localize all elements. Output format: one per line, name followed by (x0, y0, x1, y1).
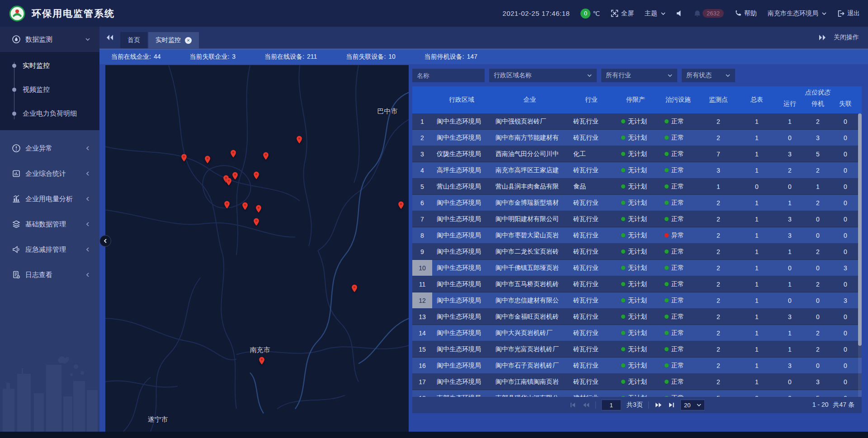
tab-realtime-monitor[interactable]: 实时监控 × (148, 32, 199, 48)
notification-count-badge: 2632 (703, 9, 724, 18)
table-row[interactable]: 4 高坪生态环境局 南充市高坪区王家店建 砖瓦行业 无计划 正常 3 1 2 2… (412, 162, 862, 179)
map-pin[interactable] (252, 171, 261, 180)
notifications-button[interactable]: 2632 (694, 9, 724, 18)
fullscreen-button[interactable]: 全屏 (611, 9, 634, 18)
map-pin[interactable] (179, 153, 189, 162)
header-point-status: 点位状态 (776, 86, 859, 99)
table-row[interactable]: 8 阆中生态环境局 阆中市枣碧大梁山页岩 砖瓦行业 无计划 异常 2 1 3 0… (412, 227, 862, 244)
cell-pollution-facility: 正常 (657, 313, 699, 321)
divider (648, 401, 649, 409)
tab-home[interactable]: 首页 (120, 32, 147, 48)
limit-text: 无计划 (628, 280, 647, 288)
sidebar-item-video-monitor[interactable]: 视频监控 (0, 78, 99, 102)
status-dot-icon (665, 315, 669, 319)
status-dot-icon (621, 266, 625, 270)
industry-filter-select[interactable]: 所有行业 (601, 69, 677, 82)
cell-total-meters: 1 (738, 167, 776, 174)
status-dot-icon (621, 168, 625, 172)
status-filter-select[interactable]: 所有状态 (682, 69, 735, 82)
map-pin[interactable] (261, 151, 270, 160)
table-row[interactable]: 11 阆中生态环境局 阆中市五马桥页岩机砖 砖瓦行业 无计划 正常 2 1 1 … (412, 276, 862, 292)
cell-company: 营山县润丰肉食品有限 (491, 183, 569, 191)
cell-pollution-facility: 异常 (657, 231, 699, 240)
phone-icon (735, 10, 741, 17)
map-pin[interactable] (350, 284, 359, 293)
cell-total-meters: 1 (738, 232, 776, 239)
map[interactable]: 巴中市 南充市 遂宁市 (105, 65, 409, 432)
sidebar-group-data-monitor[interactable]: 数据监测 (0, 27, 99, 52)
first-page-button[interactable] (569, 401, 576, 409)
facility-text: 正常 (671, 118, 684, 126)
status-dot-icon (665, 266, 669, 270)
table-row[interactable]: 13 阆中生态环境局 阆中市金福旺页岩机砖 砖瓦行业 无计划 正常 2 1 3 … (412, 309, 862, 325)
table-row[interactable]: 5 营山生态环境局 营山县润丰肉食品有限 食品 无计划 正常 1 0 0 1 0 (412, 179, 862, 195)
sidebar-group-label: 企业异常 (25, 144, 85, 153)
table-row[interactable]: 15 阆中生态环境局 阆中市光富页岩机砖厂 砖瓦行业 无计划 正常 2 1 1 … (412, 341, 862, 358)
cell-pollution-facility: 正常 (657, 280, 699, 288)
map-pin[interactable] (224, 177, 233, 186)
sidebar-item-power-load-detail[interactable]: 企业电力负荷明细 (0, 102, 99, 126)
sidebar-group-enterprise-abnormal[interactable]: 企业异常 (0, 136, 99, 161)
sidebar-group-log-view[interactable]: 日志查看 (0, 262, 99, 287)
page-number-input[interactable] (601, 400, 621, 410)
next-page-button[interactable] (654, 401, 662, 409)
sidebar-item-realtime-monitor[interactable]: 实时监控 (0, 54, 99, 78)
close-operations-button[interactable]: 关闭操作 (834, 33, 859, 42)
cell-running: 3 (776, 232, 804, 239)
map-pin[interactable] (203, 155, 212, 164)
table-row[interactable]: 9 阆中生态环境局 阆中市二龙长宝页岩砖 砖瓦行业 无计划 正常 2 1 1 2… (412, 244, 862, 260)
map-pin[interactable] (229, 149, 238, 158)
status-dot-icon (621, 315, 625, 319)
map-pin[interactable] (396, 201, 406, 210)
status-dot-icon (621, 152, 625, 156)
scrollbar-thumb[interactable] (858, 113, 862, 346)
prev-page-button[interactable] (582, 401, 590, 409)
table-row[interactable]: 17 阆中生态环境局 阆中市江南镇阆南页岩 砖瓦行业 无计划 正常 2 1 0 … (412, 374, 862, 390)
table-row[interactable]: 3 仪陇生态环境局 西南油气田分公司川中 化工 无计划 正常 7 1 3 5 0 (412, 146, 862, 162)
sidebar-group-base-data[interactable]: 基础数据管理 (0, 212, 99, 237)
table-row[interactable]: 14 阆中生态环境局 阆中大兴页岩机砖厂 砖瓦行业 无计划 正常 2 1 1 2… (412, 325, 862, 341)
cell-limit-production: 无计划 (614, 134, 657, 142)
status-dot-icon (665, 298, 669, 302)
double-right-icon[interactable] (818, 34, 826, 41)
logout-button[interactable]: 退出 (837, 9, 860, 18)
facility-text: 正常 (671, 280, 684, 288)
cell-monitor-points: 2 (699, 118, 738, 125)
last-page-button[interactable] (668, 401, 675, 409)
cell-company: 西南油气田分公司川中 (491, 150, 569, 158)
cell-pollution-facility: 正常 (657, 215, 699, 223)
sidebar-group-enterprise-stats[interactable]: 企业综合统计 (0, 161, 99, 186)
status-dot-icon (621, 136, 625, 140)
sound-button[interactable] (676, 10, 683, 17)
cell-industry: 砖瓦行业 (569, 231, 614, 240)
map-pin[interactable] (295, 135, 304, 144)
sidebar-group-emergency-reduction[interactable]: 应急减排管理 (0, 237, 99, 262)
region-filter-select[interactable]: 行政区域名称 (489, 69, 597, 82)
map-pin[interactable] (254, 204, 263, 213)
tabs-scroll-left-button[interactable] (106, 34, 114, 41)
table-row[interactable]: 18 南部生态环境局 南部县砚华山河有限公 建材行业 无计划 正常 5 0 0 … (412, 390, 862, 397)
help-button[interactable]: 帮助 (735, 9, 757, 18)
page-size-select[interactable]: 20 (680, 400, 705, 410)
map-pin[interactable] (257, 356, 266, 365)
map-pin[interactable] (222, 200, 231, 209)
theme-dropdown[interactable]: 主题 (645, 9, 665, 18)
table-row[interactable]: 12 阆中生态环境局 阆中市忠信建材有限公 砖瓦行业 无计划 正常 2 1 0 … (412, 292, 862, 309)
map-pin[interactable] (252, 217, 261, 226)
map-pin[interactable] (241, 202, 250, 211)
table-row[interactable]: 7 阆中生态环境局 阆中明阳建材有限公司 砖瓦行业 无计划 正常 2 1 3 0… (412, 211, 862, 227)
table-row[interactable]: 2 阆中生态环境局 阆中市南方节能建材有 砖瓦行业 无计划 正常 2 1 0 3… (412, 130, 862, 146)
cell-lost: 0 (832, 134, 859, 141)
name-filter-input[interactable] (412, 69, 485, 82)
sidebar: 数据监测 实时监控 视频监控 企业电力负荷明细 企业异常 (0, 27, 99, 432)
table-row[interactable]: 10 阆中生态环境局 阆中千佛镇五郎垭页岩 砖瓦行业 无计划 正常 2 1 0 … (412, 260, 862, 276)
table-row[interactable]: 16 阆中生态环境局 阆中市石子页岩机砖厂 砖瓦行业 无计划 正常 2 1 3 … (412, 358, 862, 374)
tab-close-icon[interactable]: × (185, 37, 192, 44)
cell-stopped: 1 (804, 183, 832, 190)
sidebar-group-power-analysis[interactable]: 企业用电量分析 (0, 186, 99, 212)
table-row[interactable]: 1 阆中生态环境局 阆中强锐页岩砖厂 砖瓦行业 无计划 正常 2 1 1 2 0 (412, 113, 862, 130)
org-dropdown[interactable]: 南充市生态环境局 (768, 9, 826, 18)
cell-region: 阆中生态环境局 (432, 199, 491, 207)
chevron-down-icon (85, 37, 90, 42)
table-row[interactable]: 6 阆中生态环境局 阆中市金博瑞新型墙材 砖瓦行业 无计划 正常 2 1 1 2… (412, 195, 862, 211)
